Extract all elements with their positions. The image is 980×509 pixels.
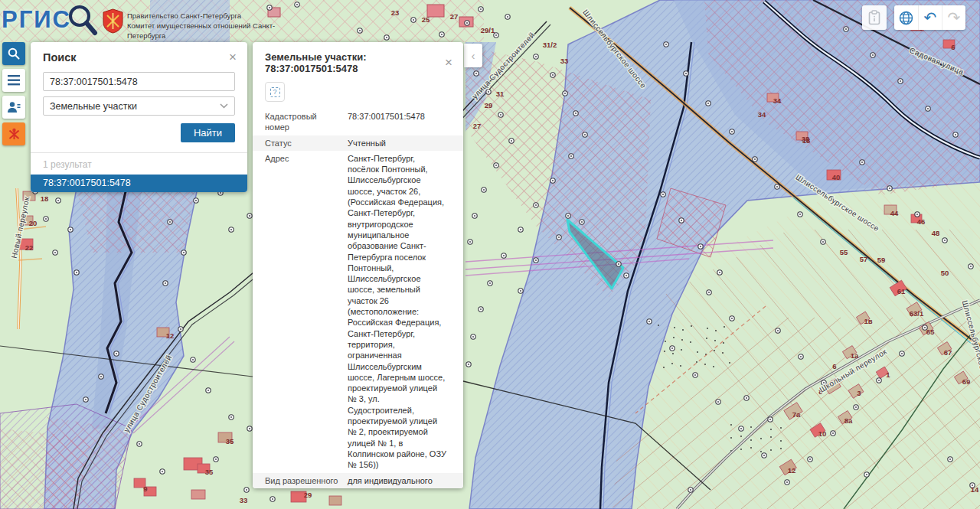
survey-marker (915, 212, 920, 217)
user-list-icon (7, 101, 21, 113)
chevron-down-icon (220, 103, 228, 109)
attribute-value: Санкт-Петербург, посёлок Понтонный, Шлис… (348, 153, 448, 471)
survey-marker (518, 227, 523, 232)
survey-marker (942, 238, 947, 243)
parcel-number-label: 1 (886, 370, 890, 379)
undo-button[interactable]: ↶ (918, 5, 942, 30)
survey-marker (163, 281, 168, 285)
parcel-details-panel: Земельные участки: 78:37:0017501:5478 × … (253, 42, 463, 488)
details-panel-close-icon[interactable]: × (445, 57, 452, 68)
spb-emblem-button[interactable] (2, 122, 25, 145)
parcel-number-label: 35 (226, 437, 234, 445)
map-nav-group: ↶ ↷ (894, 5, 965, 30)
survey-marker (716, 400, 720, 404)
survey-marker (229, 415, 234, 419)
search-query-input[interactable] (43, 72, 235, 91)
survey-marker (488, 281, 492, 285)
survey-marker (482, 188, 486, 192)
survey-marker (247, 214, 252, 218)
search-submit-button[interactable]: Найти (181, 123, 235, 142)
globe-button[interactable] (894, 5, 918, 30)
survey-marker (518, 289, 523, 293)
survey-marker (114, 351, 119, 356)
parcel-number-label: 34 (773, 96, 782, 105)
survey-marker (53, 250, 57, 255)
survey-marker (706, 101, 710, 106)
survey-marker (479, 307, 483, 312)
survey-marker (744, 396, 749, 400)
survey-marker (768, 417, 773, 422)
parcel-number-label: 6 (832, 362, 836, 370)
survey-marker (569, 154, 573, 158)
survey-marker (83, 397, 88, 402)
layers-menu-button[interactable] (2, 69, 25, 92)
survey-marker (472, 214, 477, 218)
survey-marker (466, 362, 471, 367)
parcel-number-label: 31 (496, 90, 505, 98)
survey-marker (44, 217, 48, 221)
survey-marker (698, 244, 703, 249)
search-tool-button[interactable] (2, 42, 25, 65)
survey-marker (137, 442, 142, 446)
user-account-button[interactable] (2, 96, 25, 119)
attribute-row: АдресСанкт-Петербург, посёлок Понтонный,… (253, 151, 463, 473)
survey-marker (798, 212, 802, 217)
survey-marker (808, 457, 812, 462)
parcel-number-label: 25 (422, 15, 430, 24)
parcel-number-label: 31/2 (543, 41, 557, 49)
survey-marker (358, 28, 362, 33)
survey-marker (864, 472, 869, 477)
redo-button[interactable]: ↷ (942, 5, 965, 30)
survey-marker (854, 405, 858, 409)
survey-marker (831, 431, 835, 436)
survey-marker (474, 71, 479, 76)
search-panel-close-icon[interactable]: × (229, 52, 237, 63)
rgis-logo[interactable]: РГИС (2, 3, 99, 37)
parcel-number-label: 46 (917, 217, 926, 226)
survey-marker (739, 426, 743, 431)
survey-marker (647, 319, 652, 324)
clipboard-tool-button[interactable] (862, 5, 887, 30)
details-panel-title: Земельные участки: 78:37:0017501:5478 (265, 51, 445, 74)
search-result-item[interactable]: 78:37:0017501:5478 (31, 175, 247, 192)
survey-marker (926, 106, 930, 111)
attribute-label: Адрес (265, 153, 348, 471)
parcel-number-label: 35 (205, 468, 214, 476)
parcel-number-label: 3 (857, 389, 861, 397)
survey-marker (494, 163, 498, 168)
parcel-number-label: 29/1 (481, 26, 495, 34)
survey-marker (661, 192, 665, 197)
survey-marker (486, 90, 491, 94)
survey-marker (56, 198, 60, 203)
undo-icon: ↶ (924, 10, 937, 25)
survey-marker (566, 214, 570, 218)
survey-marker (411, 18, 416, 22)
survey-marker (969, 264, 973, 269)
spb-coat-of-arms (103, 8, 123, 34)
survey-marker (206, 388, 211, 393)
survey-marker (99, 374, 103, 379)
survey-marker (498, 113, 503, 117)
survey-marker (670, 346, 675, 351)
survey-marker (229, 227, 234, 232)
survey-marker (717, 270, 722, 275)
attribute-label: Вид разрешенного использования (265, 475, 348, 489)
survey-marker (679, 218, 684, 223)
parcel-number-label: 23 (391, 8, 400, 17)
parcel-number-label: 7а (792, 410, 801, 419)
attribute-row: Кадастровый номер78:37:0017501:5478 (253, 109, 463, 135)
search-category-select[interactable]: Земельные участки (43, 96, 235, 116)
survey-marker (550, 73, 555, 77)
identify-info-button[interactable]: ? (265, 82, 285, 102)
survey-marker (624, 273, 629, 278)
survey-marker (898, 79, 903, 83)
survey-marker (214, 457, 218, 462)
parcel-number-label: 27 (473, 122, 482, 130)
parcel-number-label: 27 (450, 12, 459, 21)
survey-marker (74, 270, 79, 275)
collapse-panel-button[interactable]: ‹ (464, 44, 482, 67)
gov-header: Правительство Санкт-Петербурга Комитет и… (127, 11, 311, 41)
survey-marker (267, 5, 272, 10)
survey-marker (160, 469, 165, 474)
survey-marker (953, 132, 958, 137)
